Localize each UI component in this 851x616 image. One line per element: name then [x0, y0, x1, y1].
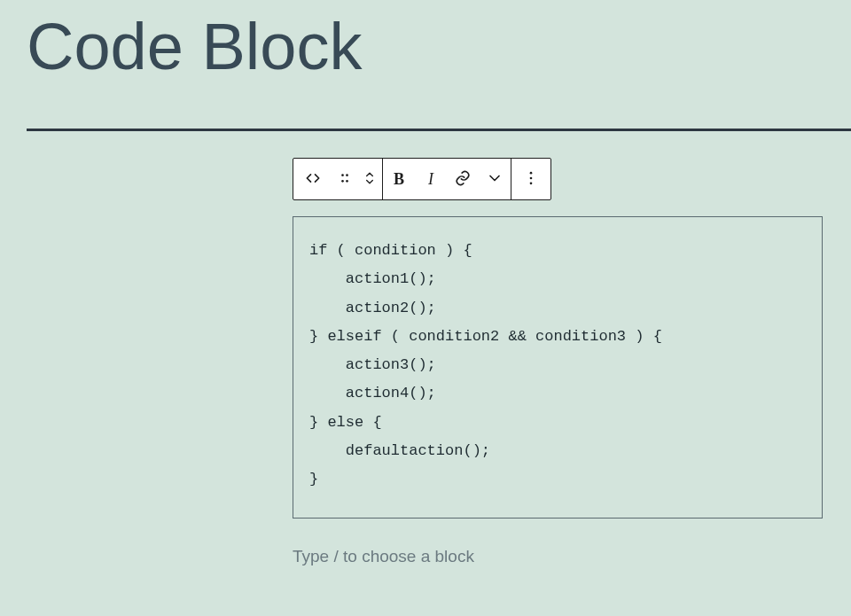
bold-button[interactable]: B — [383, 159, 415, 199]
italic-button[interactable]: I — [415, 159, 447, 199]
svg-point-2 — [341, 180, 344, 183]
block-type-button[interactable] — [293, 159, 332, 199]
kebab-icon — [522, 169, 540, 190]
code-icon — [304, 169, 322, 190]
drag-handle-button[interactable] — [332, 159, 357, 199]
more-format-button[interactable] — [479, 159, 511, 199]
svg-point-6 — [530, 182, 533, 184]
chevron-down-icon — [486, 169, 504, 190]
move-updown-button[interactable] — [357, 159, 382, 199]
toolbar-group-format: B I — [382, 159, 511, 199]
block-toolbar: B I — [293, 158, 551, 200]
toolbar-group-options — [511, 159, 550, 199]
editor-area: B I — [293, 158, 823, 566]
move-updown-icon — [361, 169, 379, 190]
page-title: Code Block — [0, 0, 851, 84]
toolbar-group-block — [293, 159, 382, 199]
block-appender[interactable]: Type / to choose a block — [293, 547, 823, 566]
svg-point-1 — [346, 174, 348, 176]
svg-point-0 — [341, 174, 344, 176]
svg-point-4 — [530, 171, 533, 174]
svg-point-3 — [346, 180, 348, 183]
code-block[interactable]: if ( condition ) { action1(); action2();… — [293, 216, 823, 519]
svg-point-5 — [530, 176, 533, 179]
horizontal-rule — [27, 129, 851, 131]
link-button[interactable] — [447, 159, 479, 199]
options-button[interactable] — [511, 159, 550, 199]
link-icon — [454, 169, 472, 190]
code-content[interactable]: if ( condition ) { action1(); action2();… — [309, 237, 806, 495]
drag-handle-icon — [336, 169, 354, 190]
